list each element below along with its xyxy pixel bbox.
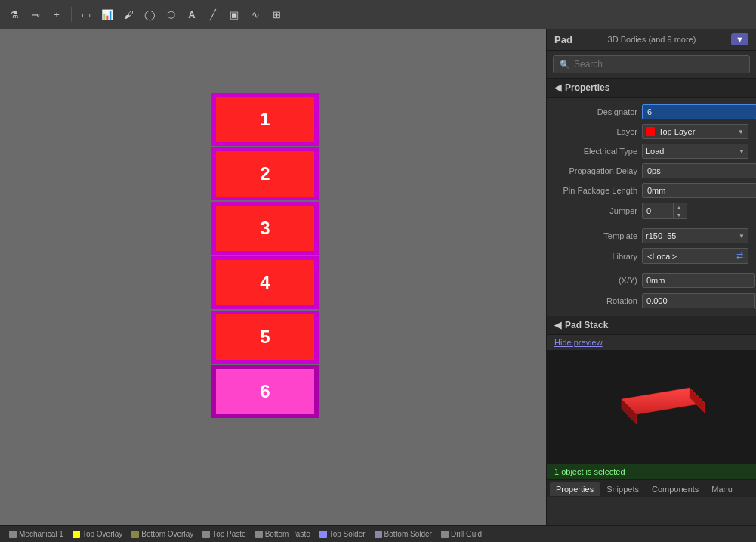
template-select[interactable]: r150_55 [642, 228, 748, 243]
electrical-type-row: Electrical Type Load Source [547, 141, 756, 161]
layer-tab-drill-guide[interactable]: Drill Guid [438, 530, 485, 538]
tab-components[interactable]: Components [646, 482, 705, 496]
layer-dot-top-overlay [73, 531, 80, 538]
properties-section-header[interactable]: ◀ Properties [547, 79, 756, 98]
layer-tab-bottom-solder[interactable]: Bottom Solder [372, 530, 435, 538]
add-icon[interactable]: + [48, 6, 65, 23]
layer-label: Layer [554, 127, 637, 136]
pad-4[interactable]: 4 [211, 256, 319, 309]
designator-row: Designator [547, 102, 756, 122]
layer-label-bottom-paste: Bottom Paste [265, 530, 310, 538]
pad-preview [547, 350, 756, 463]
padstack-section-header[interactable]: ◀ Pad Stack [547, 316, 756, 335]
electrical-type-select[interactable]: Load Source [642, 144, 748, 159]
layer-select[interactable]: Top Layer Bottom Layer [657, 125, 745, 138]
waveform-icon[interactable]: ∿ [247, 6, 264, 23]
designator-input[interactable] [642, 104, 756, 119]
layer-label-bottom-solder: Bottom Solder [384, 530, 432, 538]
power-icon[interactable]: ⬡ [162, 6, 179, 23]
main-toolbar: ⚗ ⊸ + ▭ 📊 🖌 ◯ ⬡ A ╱ ▣ ∿ ⊞ [0, 0, 756, 29]
designator-label: Designator [554, 107, 637, 116]
filter-funnel-icon: ▼ [736, 35, 744, 44]
line-icon[interactable]: ╱ [205, 6, 221, 23]
layer-tabs: Mechanical 1 Top Overlay Bottom Overlay … [6, 530, 750, 538]
propagation-delay-row: Propagation Delay [547, 161, 756, 181]
rotation-label: Rotation [554, 296, 637, 305]
xy-inputs [642, 273, 756, 288]
x-input[interactable] [642, 273, 755, 288]
pad-6-inner: 6 [216, 369, 314, 414]
padstack-section: ◀ Pad Stack Hide preview [547, 316, 756, 463]
template-row: Template r150_55 [547, 226, 756, 246]
layer-dot-bottom-overlay [131, 531, 139, 538]
pad-5[interactable]: 5 [211, 311, 319, 364]
layer-color-indicator [646, 127, 655, 136]
pad-1[interactable]: 1 [211, 93, 319, 146]
electrical-type-select-wrap: Load Source [642, 144, 748, 159]
xy-label: (X/Y) [554, 276, 637, 285]
layer-dot-top-solder [319, 531, 327, 538]
pads-container: 1 2 3 4 5 6 [211, 93, 319, 418]
pad-2[interactable]: 2 [211, 147, 319, 200]
pin-package-length-input[interactable] [642, 183, 756, 198]
propagation-delay-input[interactable] [642, 163, 756, 178]
library-row: Library <Local> ⇄ [547, 246, 756, 266]
tab-properties[interactable]: Properties [550, 482, 600, 496]
circle-icon[interactable]: ◯ [141, 6, 158, 23]
layer-tab-top-paste[interactable]: Top Paste [199, 530, 248, 538]
library-value: <Local> ⇄ [642, 248, 748, 264]
rotation-input[interactable] [642, 293, 755, 308]
library-label: Library [554, 252, 637, 261]
layer-dot-bottom-solder [375, 531, 382, 538]
pad-3[interactable]: 3 [211, 202, 319, 255]
padstack-section-body: Hide preview [547, 335, 756, 463]
jumper-input-wrap: ▲ ▼ [642, 203, 687, 219]
status-bar: Mechanical 1 Top Overlay Bottom Overlay … [0, 525, 756, 542]
panel-header: Pad 3D Bodies (and 9 more) ▼ [547, 29, 756, 51]
brush-icon[interactable]: 🖌 [120, 6, 137, 23]
selection-info: 1 object is selected [547, 463, 756, 479]
jumper-row: Jumper ▲ ▼ [547, 200, 756, 221]
layer-label-mechanical: Mechanical 1 [19, 530, 63, 538]
layer-label-bottom-overlay: Bottom Overlay [141, 530, 193, 538]
text-icon[interactable]: A [184, 6, 200, 23]
panel-title: Pad [554, 34, 572, 45]
layer-tab-bottom-overlay[interactable]: Bottom Overlay [128, 530, 196, 538]
layer-label-top-paste: Top Paste [212, 530, 245, 538]
panel-subtitle: 3D Bodies (and 9 more) [608, 35, 696, 44]
jumper-input[interactable] [643, 204, 673, 218]
jumper-increment[interactable]: ▲ [674, 203, 684, 211]
rect-icon[interactable]: ▭ [78, 6, 94, 23]
properties-section-body: Designator Layer Top Layer Bottom Layer [547, 98, 756, 316]
filter-icon[interactable]: ⚗ [6, 6, 23, 23]
pad-1-inner: 1 [216, 97, 314, 142]
jumper-stepper: ▲ ▼ [673, 203, 684, 218]
jumper-decrement[interactable]: ▼ [674, 211, 684, 218]
library-link-icon[interactable]: ⇄ [736, 251, 743, 261]
grid-icon[interactable]: ⊞ [268, 6, 285, 23]
chart-icon[interactable]: 📊 [99, 6, 116, 23]
rotation-row: Rotation ▲ ▼ [547, 290, 756, 311]
bottom-panel-tabs: Properties Snippets Components Manu [547, 479, 756, 497]
padstack-section-label: Pad Stack [565, 320, 608, 330]
panel-filter-button[interactable]: ▼ [731, 33, 748, 45]
search-input[interactable] [574, 59, 743, 70]
pad-2-inner: 2 [216, 151, 314, 197]
hide-preview-button[interactable]: Hide preview [547, 335, 610, 350]
layer-tab-mechanical[interactable]: Mechanical 1 [6, 530, 66, 538]
layer-tab-top-overlay[interactable]: Top Overlay [69, 530, 125, 538]
tab-snippets[interactable]: Snippets [600, 482, 645, 496]
pad-6[interactable]: 6 [211, 365, 319, 418]
pad-4-inner: 4 [216, 260, 314, 305]
layer-select-wrap: Top Layer Bottom Layer [642, 124, 748, 139]
layer-dot-mechanical [9, 531, 17, 538]
highlight-icon[interactable]: ▣ [226, 6, 242, 23]
layer-tab-bottom-paste[interactable]: Bottom Paste [252, 530, 313, 538]
wire-icon[interactable]: ⊸ [27, 6, 44, 23]
search-box: 🔍 [553, 55, 750, 73]
canvas-area[interactable]: 1 2 3 4 5 6 [0, 29, 546, 525]
padstack-collapse-icon: ◀ [554, 320, 561, 330]
template-select-wrap: r150_55 [642, 228, 748, 243]
tab-manu[interactable]: Manu [705, 482, 739, 496]
layer-tab-top-solder[interactable]: Top Solder [316, 530, 369, 538]
